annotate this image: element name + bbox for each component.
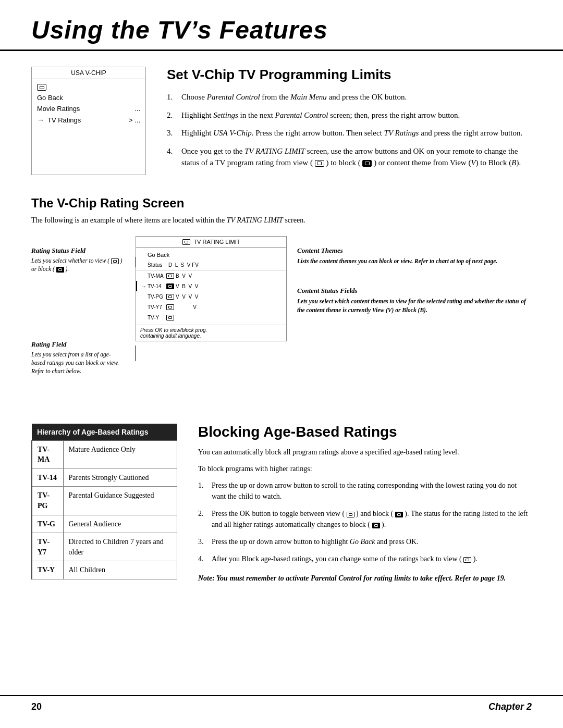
blocking-desc1: You can automatically block all program …: [198, 447, 532, 458]
annotation-title: Content Status Fields: [297, 287, 532, 295]
rating-desc: Parental Guidance Suggested: [63, 487, 177, 515]
vchip-rating-section: The V-Chip Rating Screen The following i…: [31, 196, 532, 403]
left-annotations: Rating Status Field Lets you select whet…: [31, 236, 136, 403]
vchip-steps-list: 1. Choose Parental Control from the Main…: [167, 91, 532, 169]
table-row: TV-Y All Children: [32, 561, 177, 579]
blocking-steps-list: 1. Press the up or down arrow button to …: [198, 480, 532, 564]
annotation-body: Lists the content themes you can block o…: [297, 257, 532, 266]
rating-desc: Parents Strongly Cautioned: [63, 468, 177, 487]
menu-item-tvratings[interactable]: → TV Ratings > ...: [32, 114, 145, 126]
step-number: 1.: [198, 480, 207, 502]
page-title: Using the TV’s Features: [31, 16, 532, 44]
footer-chapter: Chapter 2: [488, 701, 532, 712]
content-themes-annotation: Content Themes Lists the content themes …: [297, 246, 532, 266]
right-annotations: Content Themes Lists the content themes …: [287, 236, 532, 403]
menu-item-label: TV Ratings: [47, 116, 81, 124]
content-status-fields-annotation: Content Status Fields Lets you select wh…: [297, 287, 532, 315]
annotation-body: Lets you select from a list of age-based…: [31, 350, 130, 375]
blocking-note: Note: You must remember to activate Pare…: [198, 573, 532, 584]
menu-item-movieratings[interactable]: Movie Ratings ...: [32, 103, 145, 114]
row-label: TV-MA: [148, 273, 166, 279]
bottom-section: Hierarchy of Age-Based Ratings TV-MA Mat…: [31, 424, 532, 584]
row-content: B V V: [176, 273, 192, 279]
row-selected-arrow: →: [141, 283, 148, 289]
table-row: TV-PG Parental Guidance Suggested: [32, 487, 177, 515]
step-1: 1. Choose Parental Control from the Main…: [167, 91, 532, 103]
tvpg-row[interactable]: TV-PG V V V V: [136, 291, 286, 302]
step-text: Press the OK button to toggle between vi…: [212, 508, 532, 530]
step-text: Once you get to the TV RATING LIMIT scre…: [181, 145, 532, 169]
step-number: 3.: [167, 127, 177, 139]
view-icon-small: [111, 258, 119, 264]
rec-icon-inner: [40, 86, 44, 89]
step-4: 4. Once you get to the TV RATING LIMIT s…: [167, 145, 532, 169]
tvma-row[interactable]: TV-MA B V V: [136, 270, 286, 281]
vchip-heading: Set V-Chip TV Programming Limits: [167, 67, 532, 83]
blocking-step-2: 2. Press the OK button to toggle between…: [198, 508, 532, 530]
step-text: Highlight Settings in the next Parental …: [181, 109, 460, 121]
step-2: 2. Highlight Settings in the next Parent…: [167, 109, 532, 121]
goback-row[interactable]: Go Back: [136, 250, 286, 260]
header-cols: D L S V FV: [168, 262, 199, 268]
block-icon: [372, 523, 380, 528]
step-number: 4.: [198, 553, 207, 564]
rating-code: TV-14: [32, 468, 63, 487]
step-text: After you Block age-based ratings, you c…: [212, 553, 478, 564]
rating-screen-desc: The following is an example of where ite…: [31, 215, 532, 226]
rating-code: TV-Y7: [32, 533, 63, 561]
tv14-row[interactable]: → TV-14 V B V V: [136, 281, 286, 291]
vchip-programming-section: Set V-Chip TV Programming Limits 1. Choo…: [167, 67, 532, 175]
annotation-title: Rating Field: [31, 340, 130, 349]
annotation-body: Lets you select whether to view ( )or bl…: [31, 256, 130, 273]
footer-page-number: 20: [31, 701, 42, 712]
blocking-desc2: To block programs with higher ratings:: [198, 463, 532, 475]
menu-icon-row: [32, 82, 145, 92]
page-header: Using the TV’s Features: [0, 0, 563, 51]
icon-inner: [365, 162, 370, 165]
rating-code: TV-G: [32, 515, 63, 533]
tvy-row[interactable]: TV-Y: [136, 312, 286, 323]
selected-arrow-icon: →: [37, 116, 44, 124]
main-content: USA V-CHIP Go Back Movie Ratings ... →: [0, 51, 563, 615]
view-icon: [315, 160, 324, 167]
step-number: 1.: [167, 91, 177, 103]
step-number: 2.: [167, 109, 177, 121]
rating-status-field-annotation: Rating Status Field Lets you select whet…: [31, 246, 130, 273]
block-icon: [362, 160, 372, 167]
tvy7-row[interactable]: TV-Y7 V: [136, 302, 286, 312]
tv-screen-container: TV RATING LIMIT Go Back Status D L S V: [136, 236, 287, 403]
blocking-heading: Blocking Age-Based Ratings: [198, 424, 532, 440]
row-label: TV-Y: [148, 315, 166, 320]
row-content: V B V V: [176, 283, 198, 289]
usa-vchip-menu: USA V-CHIP Go Back Movie Ratings ... →: [31, 67, 146, 175]
blocking-step-4: 4. After you Block age-based ratings, yo…: [198, 553, 532, 564]
rating-code: TV-Y: [32, 561, 63, 579]
rating-code: TV-MA: [32, 440, 63, 468]
row-content: V: [176, 304, 197, 310]
menu-item-label: Movie Ratings: [37, 105, 80, 113]
rating-code: TV-PG: [32, 487, 63, 515]
status-icon: [166, 273, 174, 279]
page-footer: 20 Chapter 2: [0, 695, 563, 718]
rating-screen-heading: The V-Chip Rating Screen: [31, 196, 532, 211]
menu-item-dots: > ...: [125, 116, 140, 124]
menu-item-label: Go Back: [37, 94, 63, 102]
step-text: Press the up or down arrow button to hig…: [212, 536, 419, 547]
table-row: TV-Y7 Directed to Children 7 years and o…: [32, 533, 177, 561]
status-icon: [166, 304, 174, 310]
menu-body: Go Back Movie Ratings ... → TV Ratings >…: [32, 79, 145, 139]
row-label: TV-PG: [148, 294, 166, 300]
menu-item-goback[interactable]: Go Back: [32, 92, 145, 103]
annotation-title: Rating Status Field: [31, 246, 130, 255]
step-text: Highlight USA V-Chip. Press the right ar…: [181, 127, 522, 139]
annotation-body: Lets you select which content themes to …: [297, 297, 532, 315]
rating-desc: All Children: [63, 561, 177, 579]
view-icon: [347, 512, 354, 517]
view-icon: [463, 557, 471, 563]
annotation-title: Content Themes: [297, 246, 532, 255]
tv-rating-limit-screen: TV RATING LIMIT Go Back Status D L S V: [136, 236, 287, 342]
block-icon: [395, 512, 403, 517]
rating-desc: Mature Audience Only: [63, 440, 177, 468]
block-icon-small: [56, 267, 64, 273]
status-icon-block: [166, 283, 174, 289]
